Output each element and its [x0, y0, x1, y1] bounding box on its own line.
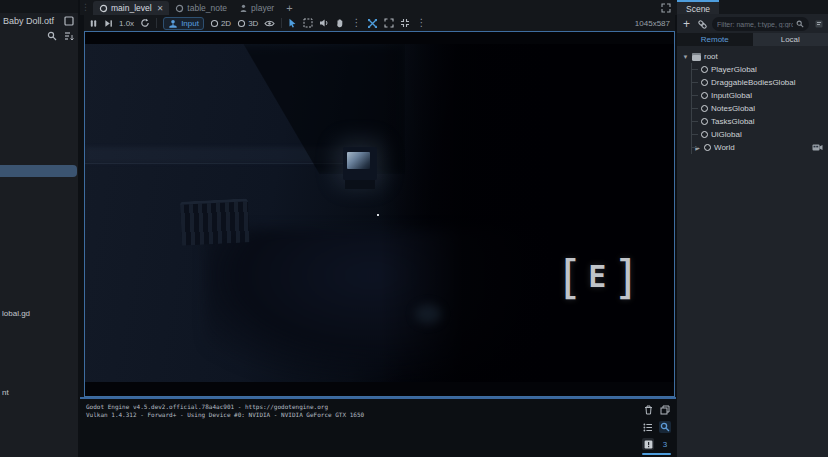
camera-preview-icon[interactable]	[812, 143, 823, 152]
prompt-key-e: E	[588, 262, 607, 292]
darkness-overlay	[380, 44, 674, 382]
node-icon	[701, 79, 708, 86]
filesystem-dock: Baby Doll.otf lobal.gd nt	[0, 0, 78, 457]
add-node-button[interactable]: +	[680, 18, 693, 31]
radio-icon	[210, 19, 219, 28]
search-icon	[796, 20, 804, 28]
node-filter-field[interactable]	[712, 17, 809, 31]
crosshair-dot	[377, 214, 379, 216]
node-label: root	[704, 52, 718, 61]
console-buttons: 3	[642, 404, 671, 457]
camera-override-3d-button[interactable]: 3D	[237, 19, 258, 28]
tree-row-playerglobal[interactable]: PlayerGlobal	[677, 63, 828, 76]
dock-tab-strip: Scene	[677, 0, 828, 14]
file-label-nt[interactable]: nt	[2, 388, 9, 397]
hand-pan-icon[interactable]	[335, 17, 345, 30]
tree-row-world[interactable]: ▶ World	[677, 141, 828, 154]
log-filter-list-icon[interactable]	[642, 421, 654, 433]
camera-eye-icon[interactable]	[264, 17, 275, 30]
reload-icon[interactable]	[140, 17, 150, 30]
expand-arrow-icon[interactable]: ▶	[694, 144, 701, 151]
file-label-global-gd[interactable]: lobal.gd	[2, 309, 30, 318]
log-search-icon[interactable]	[659, 421, 671, 433]
player-icon	[239, 4, 248, 13]
interact-prompt: [ E ]	[555, 254, 641, 300]
prompt-bracket-right: ]	[612, 254, 640, 300]
add-scene-tab-button[interactable]: +	[280, 2, 298, 15]
error-filter-icon[interactable]	[642, 438, 654, 450]
node-icon	[704, 144, 711, 151]
close-tab-icon[interactable]: ✕	[157, 4, 164, 13]
input-mode-label: Input	[181, 19, 199, 28]
tab-local[interactable]: Local	[753, 33, 828, 46]
faint-object-glow	[415, 304, 441, 324]
input-mode-button[interactable]: Input	[163, 17, 204, 30]
collapse-arrow-icon[interactable]: ▼	[682, 54, 689, 60]
console-line: Vulkan 1.4.312 - Forward+ - Using Device…	[86, 411, 670, 419]
tv-stand-shape	[345, 180, 375, 189]
tab-label: main_level	[111, 3, 152, 13]
tree-row-tasksglobal[interactable]: TasksGlobal	[677, 115, 828, 128]
tab-player[interactable]: player	[233, 1, 280, 15]
view-menu-icon[interactable]: ⋮	[416, 18, 426, 28]
scene-icon	[175, 4, 184, 13]
game-viewport[interactable]: [ E ]	[84, 31, 675, 397]
rect-select-icon[interactable]	[303, 17, 313, 30]
node-icon	[701, 118, 708, 125]
tab-remote[interactable]: Remote	[677, 33, 753, 46]
root-node-icon	[692, 53, 701, 61]
node-label: DraggableBodiesGlobal	[711, 78, 796, 87]
clear-log-icon[interactable]	[642, 404, 654, 416]
copy-log-icon[interactable]	[659, 404, 671, 416]
node-icon	[701, 66, 708, 73]
search-icon[interactable]	[45, 30, 58, 43]
tv-screen-glow	[347, 152, 370, 169]
node-label: World	[714, 143, 735, 152]
more-options-icon[interactable]: ⋮	[351, 18, 361, 28]
error-count-badge: 3	[659, 438, 671, 450]
sort-files-icon[interactable]	[62, 30, 75, 43]
make-floating-icon[interactable]	[661, 3, 671, 13]
audio-mute-icon[interactable]	[319, 17, 329, 30]
node-label: UiGlobal	[711, 130, 742, 139]
selected-file-row[interactable]	[0, 165, 77, 177]
node-label: NotesGlobal	[711, 104, 755, 113]
mode-3d-label: 3D	[248, 19, 258, 28]
joystick-icon	[168, 19, 178, 28]
embed-game-icon[interactable]	[367, 17, 378, 30]
scene-icon	[99, 4, 108, 13]
camera-override-2d-button[interactable]: 2D	[210, 19, 231, 28]
file-label-babydoll[interactable]: Baby Doll.otf	[3, 16, 62, 26]
tab-label: player	[251, 3, 274, 13]
speed-scale-label[interactable]: 1.0x	[119, 19, 134, 28]
remote-local-tabs: Remote Local	[677, 33, 828, 46]
node-icon	[701, 92, 708, 99]
godot-editor: Baby Doll.otf lobal.gd nt ⋮ main_level ✕	[0, 0, 828, 457]
tab-main-level[interactable]: main_level ✕	[93, 1, 169, 15]
scene-tab-bar: ⋮ main_level ✕ table_note player +	[80, 0, 677, 15]
shrink-window-icon[interactable]	[400, 17, 410, 30]
node-label: PlayerGlobal	[711, 65, 757, 74]
active-filter-underline	[642, 453, 671, 455]
tree-row-notesglobal[interactable]: NotesGlobal	[677, 102, 828, 115]
suspend-icon[interactable]	[89, 17, 98, 30]
tree-row-uiglobal[interactable]: UiGlobal	[677, 128, 828, 141]
tab-drag-handle-icon: ⋮	[80, 1, 93, 15]
instantiate-scene-icon[interactable]	[696, 18, 709, 31]
node-icon	[701, 131, 708, 138]
tree-row-inputglobal[interactable]: InputGlobal	[677, 89, 828, 102]
split-panel-icon[interactable]	[62, 14, 75, 27]
scene-dock: Scene + Remote Local ▼ root	[677, 0, 828, 457]
filter-options-icon[interactable]	[812, 18, 825, 31]
tab-table-note[interactable]: table_note	[169, 1, 233, 15]
select-mode-icon[interactable]	[288, 17, 297, 30]
node-filter-input[interactable]	[717, 21, 793, 28]
tab-scene-dock[interactable]: Scene	[677, 0, 719, 14]
next-frame-icon[interactable]	[104, 17, 113, 30]
node-icon	[701, 105, 708, 112]
expand-window-icon[interactable]	[384, 17, 394, 30]
scene-dock-toolbar: +	[677, 14, 828, 33]
output-console[interactable]: Godot Engine v4.5.dev2.official.78a4ac90…	[80, 397, 676, 457]
tree-row-draggablebodiesglobal[interactable]: DraggableBodiesGlobal	[677, 76, 828, 89]
tree-row-root[interactable]: ▼ root	[677, 50, 828, 63]
